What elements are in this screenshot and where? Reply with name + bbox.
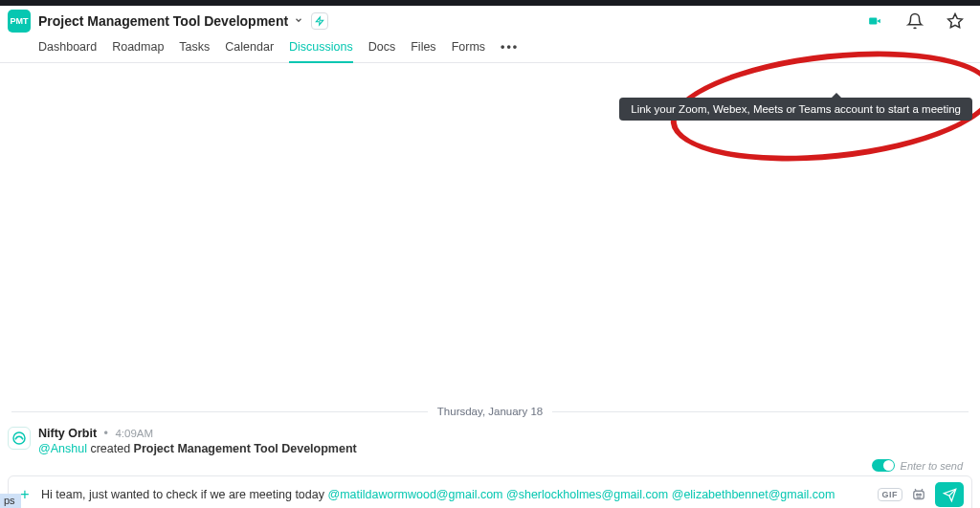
tab-tasks[interactable]: Tasks bbox=[179, 36, 210, 62]
divider-line-right bbox=[552, 411, 969, 412]
star-favorite-icon[interactable] bbox=[944, 10, 967, 33]
message-object: Project Management Tool Development bbox=[134, 442, 357, 455]
message-composer[interactable]: + Hi team, just wanted to check if we ar… bbox=[8, 475, 972, 508]
date-divider: Thursday, January 18 bbox=[0, 406, 980, 417]
svg-marker-0 bbox=[316, 17, 323, 25]
svg-point-6 bbox=[917, 494, 919, 496]
svg-marker-2 bbox=[877, 19, 880, 24]
email-mention-1[interactable]: @matildawormwood@gmail.com bbox=[327, 488, 502, 501]
enter-to-send-row: Enter to send bbox=[8, 459, 972, 472]
message-author[interactable]: Nifty Orbit bbox=[38, 427, 97, 440]
message-meta: Nifty Orbit • 4:09AM bbox=[38, 427, 357, 440]
message-body: @Anshul created Project Management Tool … bbox=[38, 442, 357, 455]
gif-button[interactable]: GIF bbox=[878, 488, 903, 501]
composer-input[interactable]: Hi team, just wanted to check if we are … bbox=[41, 488, 870, 501]
system-message: Nifty Orbit • 4:09AM @Anshul created Pro… bbox=[0, 417, 980, 459]
corner-tag: ps bbox=[0, 494, 21, 508]
divider-line-left bbox=[11, 411, 428, 412]
svg-marker-3 bbox=[948, 14, 963, 28]
svg-rect-1 bbox=[869, 18, 877, 25]
header-actions bbox=[863, 10, 967, 33]
project-header: PMT Project Management Tool Development bbox=[0, 6, 980, 33]
meta-separator: • bbox=[104, 427, 108, 440]
composer-text-prefix: Hi team, just wanted to check if we are … bbox=[41, 488, 327, 501]
send-button[interactable] bbox=[935, 482, 964, 507]
svg-point-7 bbox=[920, 494, 922, 496]
automation-bolt-icon[interactable] bbox=[311, 12, 328, 30]
tab-roadmap[interactable]: Roadmap bbox=[112, 36, 164, 62]
composer-area: Enter to send + Hi team, just wanted to … bbox=[0, 459, 980, 508]
tab-dashboard[interactable]: Dashboard bbox=[38, 36, 97, 62]
video-link-tooltip: Link your Zoom, Webex, Meets or Teams ac… bbox=[619, 98, 972, 121]
video-meeting-icon[interactable] bbox=[863, 10, 886, 33]
tab-discussions[interactable]: Discussions bbox=[289, 36, 353, 63]
message-time: 4:09AM bbox=[115, 428, 153, 439]
nav-tabs: Dashboard Roadmap Tasks Calendar Discuss… bbox=[0, 33, 980, 63]
email-mention-3[interactable]: @elizabethbennet@gmail.com bbox=[672, 488, 835, 501]
enter-to-send-label: Enter to send bbox=[901, 460, 963, 472]
tab-docs[interactable]: Docs bbox=[368, 36, 395, 62]
tabs-more-icon[interactable]: ••• bbox=[501, 36, 519, 62]
email-mention-2[interactable]: @sherlockholmes@gmail.com bbox=[506, 488, 668, 501]
tab-forms[interactable]: Forms bbox=[452, 36, 485, 62]
project-title[interactable]: Project Management Tool Development bbox=[38, 13, 288, 29]
author-avatar[interactable] bbox=[8, 427, 31, 450]
ai-bot-icon[interactable] bbox=[910, 486, 927, 503]
tab-files[interactable]: Files bbox=[411, 36, 435, 62]
user-mention[interactable]: @Anshul bbox=[38, 442, 87, 455]
svg-point-4 bbox=[13, 432, 25, 444]
tab-calendar[interactable]: Calendar bbox=[225, 36, 274, 62]
notification-bell-icon[interactable] bbox=[903, 10, 926, 33]
message-verb: created bbox=[87, 442, 134, 455]
project-badge: PMT bbox=[8, 10, 31, 33]
divider-date: Thursday, January 18 bbox=[437, 406, 543, 417]
chevron-down-icon[interactable] bbox=[294, 14, 303, 28]
enter-to-send-toggle[interactable] bbox=[872, 459, 895, 472]
discussion-workspace: Link your Zoom, Webex, Meets or Teams ac… bbox=[0, 63, 980, 417]
